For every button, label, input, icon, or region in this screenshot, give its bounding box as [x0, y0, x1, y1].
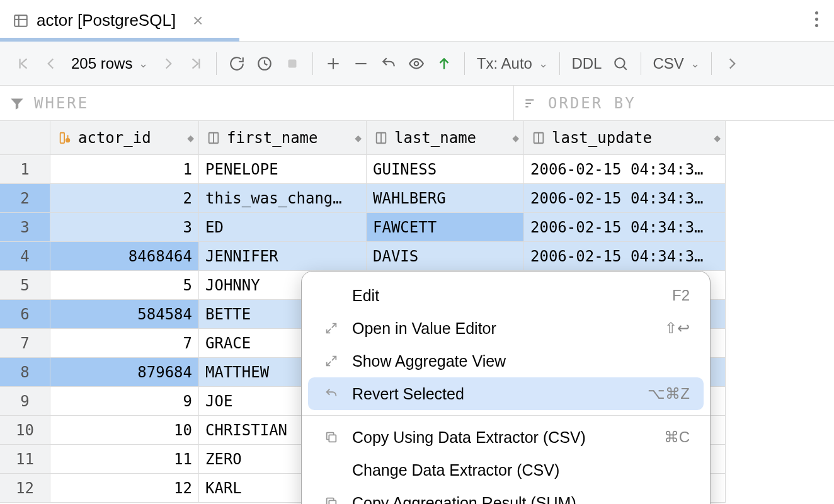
- row-number[interactable]: 8: [0, 358, 50, 387]
- menu-open-in-value-editor[interactable]: Open in Value Editor⇧↩: [308, 312, 704, 345]
- expand-icon: [322, 321, 341, 335]
- search-icon[interactable]: [607, 48, 634, 79]
- menu-show-aggregate-view[interactable]: Show Aggregate View: [308, 345, 704, 377]
- table-cell[interactable]: 3: [50, 213, 199, 242]
- row-number[interactable]: 9: [0, 387, 50, 416]
- table-cell[interactable]: GUINESS: [367, 155, 524, 184]
- tab-bar: actor [PostgreSQL] ×: [0, 0, 834, 42]
- table-cell[interactable]: 9: [50, 387, 199, 416]
- table-cell[interactable]: ED: [199, 213, 367, 242]
- stop-button[interactable]: [278, 48, 306, 79]
- col-last-update[interactable]: last_update◆: [524, 121, 726, 155]
- table-cell[interactable]: 879684: [50, 358, 199, 387]
- table-cell[interactable]: 2006-02-15 04:34:3…: [524, 155, 726, 184]
- tab-actor[interactable]: actor [PostgreSQL] ×: [0, 0, 215, 41]
- table-cell[interactable]: JENNIFER: [199, 242, 367, 271]
- tab-title: actor [PostgreSQL]: [37, 11, 176, 30]
- table-cell[interactable]: 2006-02-15 04:34:3…: [524, 242, 726, 271]
- menu-copy-aggregation-result-sum-[interactable]: Copy Aggregation Result (SUM): [308, 486, 704, 504]
- row-number[interactable]: 4: [0, 242, 50, 271]
- stop-clock-icon[interactable]: [251, 48, 278, 79]
- tx-mode-dropdown[interactable]: Tx: Auto⌄: [471, 48, 553, 79]
- ddl-button[interactable]: DDL: [566, 48, 607, 79]
- add-row-button[interactable]: [319, 48, 347, 79]
- table-cell[interactable]: 1: [50, 155, 199, 184]
- row-number[interactable]: 12: [0, 474, 50, 503]
- table-cell[interactable]: 11: [50, 445, 199, 474]
- col-first-name[interactable]: first_name◆: [199, 121, 367, 155]
- prev-page-button[interactable]: [37, 48, 65, 79]
- context-menu: EditF2Open in Value Editor⇧↩Show Aggrega…: [301, 271, 711, 504]
- commit-button[interactable]: [430, 48, 458, 79]
- table-cell[interactable]: WAHLBERG: [367, 184, 524, 213]
- svg-line-15: [624, 66, 627, 69]
- table-cell[interactable]: 8468464: [50, 242, 199, 271]
- row-number[interactable]: 6: [0, 300, 50, 329]
- preview-changes-icon[interactable]: [403, 48, 430, 79]
- row-number[interactable]: 7: [0, 329, 50, 358]
- reload-button[interactable]: [223, 48, 251, 79]
- export-dropdown[interactable]: CSV⌄: [648, 48, 704, 79]
- table-cell[interactable]: this_was_chang…: [199, 184, 367, 213]
- tab-active-indicator: [0, 38, 239, 42]
- svg-line-31: [327, 362, 331, 365]
- menu-label: Copy Using Data Extractor (CSV): [352, 428, 586, 447]
- svg-point-14: [615, 58, 625, 67]
- table-cell[interactable]: FAWCETT: [367, 213, 524, 242]
- menu-change-data-extractor-csv-[interactable]: Change Data Extractor (CSV): [308, 454, 704, 486]
- row-count-dropdown[interactable]: 205 rows⌄: [65, 55, 154, 72]
- table-cell[interactable]: 7: [50, 329, 199, 358]
- svg-line-28: [332, 324, 336, 328]
- table-cell[interactable]: 10: [50, 416, 199, 445]
- copy-icon: [322, 496, 341, 504]
- row-number[interactable]: 3: [0, 213, 50, 242]
- table-cell[interactable]: 584584: [50, 300, 199, 329]
- corner-cell[interactable]: [0, 121, 50, 155]
- svg-line-29: [327, 329, 331, 333]
- table-cell[interactable]: 5: [50, 271, 199, 300]
- menu-label: Revert Selected: [352, 385, 464, 403]
- row-number[interactable]: 1: [0, 155, 50, 184]
- filter-icon: [9, 95, 25, 112]
- where-input[interactable]: WHERE: [0, 86, 514, 120]
- menu-label: Open in Value Editor: [352, 319, 496, 338]
- menu-label: Copy Aggregation Result (SUM): [352, 494, 576, 505]
- menu-label: Edit: [352, 287, 379, 305]
- svg-point-20: [66, 138, 70, 142]
- menu-revert-selected[interactable]: Revert Selected⌥⌘Z: [308, 377, 704, 410]
- table-cell[interactable]: 12: [50, 474, 199, 503]
- delete-row-button[interactable]: [347, 48, 375, 79]
- table-cell[interactable]: 2: [50, 184, 199, 213]
- row-number[interactable]: 11: [0, 445, 50, 474]
- table-icon: [13, 13, 29, 29]
- toolbar: 205 rows⌄ Tx: Auto⌄ DDL CSV⌄: [0, 42, 834, 86]
- table-cell[interactable]: 2006-02-15 04:34:3…: [524, 213, 726, 242]
- col-actor-id[interactable]: actor_id◆: [50, 121, 199, 155]
- copy-icon: [322, 430, 341, 444]
- column-icon: [207, 131, 220, 145]
- orderby-input[interactable]: ORDER BY: [514, 86, 834, 120]
- table-cell[interactable]: PENELOPE: [199, 155, 367, 184]
- col-last-name[interactable]: last_name◆: [367, 121, 524, 155]
- key-column-icon: [58, 131, 72, 145]
- menu-shortcut: ⇧↩: [665, 319, 690, 337]
- menu-copy-using-data-extractor-csv-[interactable]: Copy Using Data Extractor (CSV)⌘C: [308, 421, 704, 454]
- menu-label: Show Aggregate View: [352, 352, 506, 370]
- next-page-button[interactable]: [154, 48, 182, 79]
- table-cell[interactable]: DAVIS: [367, 242, 524, 271]
- column-icon: [532, 131, 546, 145]
- more-icon[interactable]: [718, 48, 746, 79]
- last-page-button[interactable]: [182, 48, 210, 79]
- first-page-button[interactable]: [9, 48, 37, 79]
- table-cell[interactable]: 2006-02-15 04:34:3…: [524, 184, 726, 213]
- svg-rect-33: [329, 500, 336, 504]
- menu-edit[interactable]: EditF2: [308, 279, 704, 312]
- kebab-menu-icon[interactable]: [815, 11, 818, 27]
- revert-button[interactable]: [375, 48, 403, 79]
- svg-point-12: [414, 61, 419, 66]
- close-icon[interactable]: ×: [193, 11, 203, 31]
- row-number[interactable]: 2: [0, 184, 50, 213]
- row-number[interactable]: 10: [0, 416, 50, 445]
- svg-rect-32: [329, 435, 336, 442]
- row-number[interactable]: 5: [0, 271, 50, 300]
